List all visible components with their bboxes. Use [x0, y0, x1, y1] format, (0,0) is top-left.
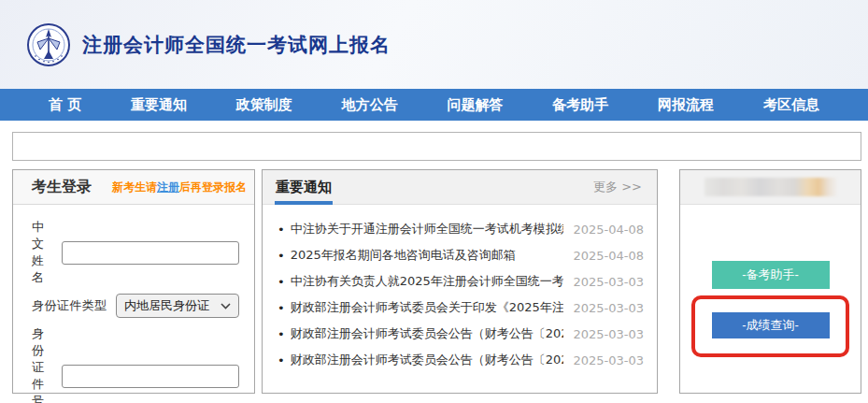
bullet-icon: • [277, 223, 285, 237]
score-query-button[interactable]: -成绩查询- [712, 312, 830, 338]
notice-item-text[interactable]: 财政部注册会计师考试委员会关于印发《2025年注册会计师... [291, 299, 564, 316]
login-form: 中文姓名 身份证件类型 内地居民身份证 身份证件号码 密码 [13, 205, 254, 403]
more-link[interactable]: 更多 >> [593, 179, 642, 195]
notice-item-date: 2025-04-08 [573, 249, 644, 263]
notice-item[interactable]: • 2025年报名期间各地咨询电话及咨询邮箱 2025-04-08 [277, 242, 644, 268]
nav-item-registration-process[interactable]: 网报流程 [652, 89, 719, 121]
notice-item[interactable]: • 中注协关于开通注册会计师全国统一考试机考模拟练习网站的公... 2025-0… [277, 216, 644, 242]
notices-panel: 重要通知 更多 >> • 中注协关于开通注册会计师全国统一考试机考模拟练习网站的… [262, 169, 658, 394]
id-type-label: 身份证件类型 [32, 297, 107, 314]
form-row-name: 中文姓名 [32, 219, 239, 286]
cicpa-logo-icon [26, 22, 71, 67]
notice-item-text[interactable]: 中注协有关负责人就2025年注册会计师全国统一考试报名相... [291, 273, 564, 290]
notice-item-text[interactable]: 中注协关于开通注册会计师全国统一考试机考模拟练习网站的公... [291, 221, 564, 237]
site-header: 注册会计师全国统一考试网上报名 [0, 0, 868, 89]
notice-item[interactable]: • 财政部注册会计师考试委员会公告（财考公告〔2025〕2号... 2025-0… [277, 347, 644, 373]
login-panel: 考生登录 新考生请注册后再登录报名 中文姓名 身份证件类型 内地居民身份证 身份… [12, 169, 255, 394]
main-nav: 首 页 重要通知 政策制度 地方公告 问题解答 备考助手 网报流程 考区信息 [0, 89, 868, 121]
title-underline-bar [275, 201, 333, 205]
nav-item-home[interactable]: 首 页 [43, 89, 87, 121]
id-type-selected-value: 内地居民身份证 [124, 297, 221, 314]
notice-item-date: 2025-04-08 [573, 223, 644, 237]
id-number-label: 身份证件号码 [32, 325, 52, 403]
notice-item-text[interactable]: 2025年报名期间各地咨询电话及咨询邮箱 [291, 247, 564, 264]
id-type-select[interactable]: 内地居民身份证 [116, 294, 239, 318]
login-panel-header: 考生登录 新考生请注册后再登录报名 [13, 170, 254, 205]
notice-item-date: 2025-03-03 [573, 353, 644, 367]
side-panel-header [680, 170, 861, 205]
notice-item-text[interactable]: 财政部注册会计师考试委员会公告（财考公告〔2025〕2号... [291, 352, 564, 368]
nav-item-local-announcements[interactable]: 地方公告 [336, 89, 404, 121]
new-candidate-notice: 新考生请注册后再登录报名 [112, 180, 247, 195]
bullet-icon: • [277, 275, 285, 289]
notice-suffix: 后再登录报名 [179, 180, 247, 194]
notice-item[interactable]: • 财政部注册会计师考试委员会关于印发《2025年注册会计师... 2025-0… [277, 295, 644, 321]
id-number-input[interactable] [62, 365, 239, 388]
form-row-id-type: 身份证件类型 内地居民身份证 [32, 294, 239, 318]
notice-item-text[interactable]: 财政部注册会计师考试委员会公告（财考公告〔2025〕1号... [291, 325, 564, 342]
name-label: 中文姓名 [32, 219, 52, 286]
login-title: 考生登录 [32, 178, 92, 197]
page-title: 注册会计师全国统一考试网上报名 [82, 32, 391, 58]
notice-item[interactable]: • 财政部注册会计师考试委员会公告（财考公告〔2025〕1号... 2025-0… [277, 321, 644, 347]
nav-item-exam-prep[interactable]: 备考助手 [547, 89, 614, 121]
register-inline-link[interactable]: 注册 [157, 180, 179, 194]
chevron-down-icon [221, 303, 231, 309]
bullet-icon: • [277, 353, 285, 367]
bullet-icon: • [277, 249, 285, 263]
highlight-annotation: -成绩查询- [691, 295, 849, 357]
notice-item[interactable]: • 中注协有关负责人就2025年注册会计师全国统一考试报名相... 2025-0… [277, 268, 644, 295]
bullet-icon: • [277, 327, 285, 341]
notice-item-date: 2025-03-03 [573, 301, 644, 315]
notices-panel-header: 重要通知 更多 >> [263, 170, 657, 205]
empty-notice-box [12, 132, 861, 161]
name-input[interactable] [62, 241, 239, 265]
bullet-icon: • [277, 301, 285, 315]
nav-item-notices[interactable]: 重要通知 [125, 89, 192, 121]
nav-item-faq[interactable]: 问题解答 [441, 89, 508, 121]
content-panels: 考生登录 新考生请注册后再登录报名 中文姓名 身份证件类型 内地居民身份证 身份… [12, 169, 868, 394]
notices-title: 重要通知 [276, 179, 332, 196]
nav-item-exam-area-info[interactable]: 考区信息 [758, 89, 825, 121]
notice-item-date: 2025-03-03 [573, 275, 644, 289]
form-row-id-number: 身份证件号码 [32, 325, 239, 403]
notices-list: • 中注协关于开通注册会计师全国统一考试机考模拟练习网站的公... 2025-0… [263, 205, 657, 373]
blurred-text [704, 178, 837, 196]
notice-prefix: 新考生请 [112, 180, 157, 194]
notice-item-date: 2025-03-03 [573, 327, 644, 341]
side-panel-body: -备考助手- -成绩查询- [680, 205, 861, 357]
side-panel: -备考助手- -成绩查询- [679, 169, 861, 394]
exam-prep-helper-button[interactable]: -备考助手- [712, 261, 830, 289]
nav-item-policies[interactable]: 政策制度 [231, 89, 298, 121]
